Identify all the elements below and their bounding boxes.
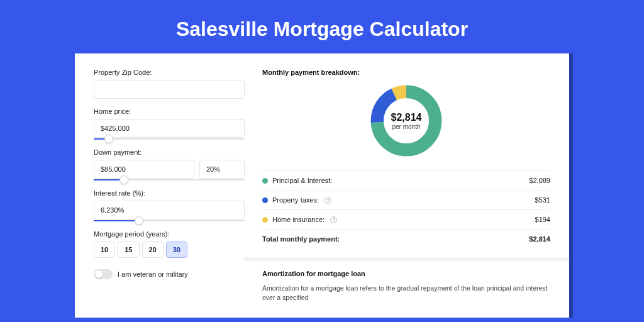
calculator-card: Property Zip Code: Home price: Down paym… bbox=[75, 53, 569, 318]
row-property-taxes: Property taxes: ? $531 bbox=[262, 190, 550, 209]
veteran-row: I am veteran or military bbox=[94, 269, 245, 279]
amort-heading: Amortization for mortgage loan bbox=[262, 270, 550, 277]
veteran-label: I am veteran or military bbox=[118, 270, 188, 278]
help-insurance-icon[interactable]: ? bbox=[330, 216, 337, 223]
down-payment-pct-input[interactable] bbox=[199, 160, 245, 179]
row-principal-interest: Principal & Interest: $2,089 bbox=[262, 170, 550, 190]
donut-center: $2,814 per month bbox=[368, 82, 445, 159]
interest-slider-thumb[interactable] bbox=[135, 216, 143, 225]
label-home-insurance: Home insurance: bbox=[272, 216, 325, 223]
home-price-slider[interactable] bbox=[94, 138, 245, 140]
inputs-panel: Property Zip Code: Home price: Down paym… bbox=[94, 69, 245, 318]
home-price-label: Home price: bbox=[94, 108, 245, 115]
donut-sub: per month bbox=[392, 123, 420, 130]
row-home-insurance: Home insurance: ? $194 bbox=[262, 209, 550, 229]
home-price-field: Home price: bbox=[94, 108, 245, 140]
period-btn-20[interactable]: 20 bbox=[142, 242, 164, 258]
period-field: Mortgage period (years): 10 15 20 30 bbox=[94, 230, 245, 258]
help-taxes-icon[interactable]: ? bbox=[325, 197, 331, 204]
label-principal-interest: Principal & Interest: bbox=[272, 177, 332, 184]
page-title: Salesville Mortgage Calculator bbox=[0, 0, 644, 53]
period-buttons: 10 15 20 30 bbox=[94, 242, 245, 258]
down-payment-input[interactable] bbox=[94, 160, 194, 179]
interest-input[interactable] bbox=[94, 201, 245, 219]
home-price-input[interactable] bbox=[94, 119, 245, 138]
label-total: Total monthly payment: bbox=[262, 235, 340, 243]
down-payment-label: Down payment: bbox=[94, 148, 245, 156]
value-total: $2,814 bbox=[529, 235, 550, 243]
zip-input[interactable] bbox=[94, 80, 245, 99]
dot-taxes-icon bbox=[262, 197, 268, 203]
interest-slider[interactable] bbox=[94, 220, 245, 221]
breakdown-heading: Monthly payment breakdown: bbox=[262, 69, 550, 76]
value-principal-interest: $2,089 bbox=[529, 177, 550, 184]
period-btn-10[interactable]: 10 bbox=[94, 242, 115, 258]
veteran-toggle[interactable] bbox=[94, 269, 113, 279]
down-payment-field: Down payment: bbox=[94, 148, 245, 180]
value-property-taxes: $531 bbox=[535, 196, 550, 204]
period-btn-30[interactable]: 30 bbox=[166, 242, 187, 258]
interest-field: Interest rate (%): bbox=[94, 189, 245, 221]
donut-total: $2,814 bbox=[391, 112, 422, 123]
period-label: Mortgage period (years): bbox=[94, 230, 245, 238]
breakdown-panel: Monthly payment breakdown: $2,814 per mo… bbox=[262, 69, 550, 318]
label-property-taxes: Property taxes: bbox=[272, 196, 319, 204]
zip-field: Property Zip Code: bbox=[94, 69, 245, 99]
down-payment-slider[interactable] bbox=[94, 179, 245, 180]
period-btn-15[interactable]: 15 bbox=[118, 242, 139, 258]
home-price-slider-thumb[interactable] bbox=[104, 135, 113, 143]
amortization-section: Amortization for mortgage loan Amortizat… bbox=[243, 257, 569, 303]
row-total: Total monthly payment: $2,814 bbox=[262, 229, 550, 248]
zip-label: Property Zip Code: bbox=[94, 69, 245, 76]
interest-slider-fill bbox=[94, 220, 139, 221]
down-payment-slider-thumb[interactable] bbox=[119, 175, 128, 184]
interest-label: Interest rate (%): bbox=[94, 189, 245, 197]
dot-insurance-icon bbox=[262, 217, 268, 223]
dot-principal-icon bbox=[262, 178, 268, 184]
amort-text: Amortization for a mortgage loan refers … bbox=[262, 284, 550, 303]
donut-chart: $2,814 per month bbox=[262, 82, 550, 159]
value-home-insurance: $194 bbox=[535, 216, 550, 223]
